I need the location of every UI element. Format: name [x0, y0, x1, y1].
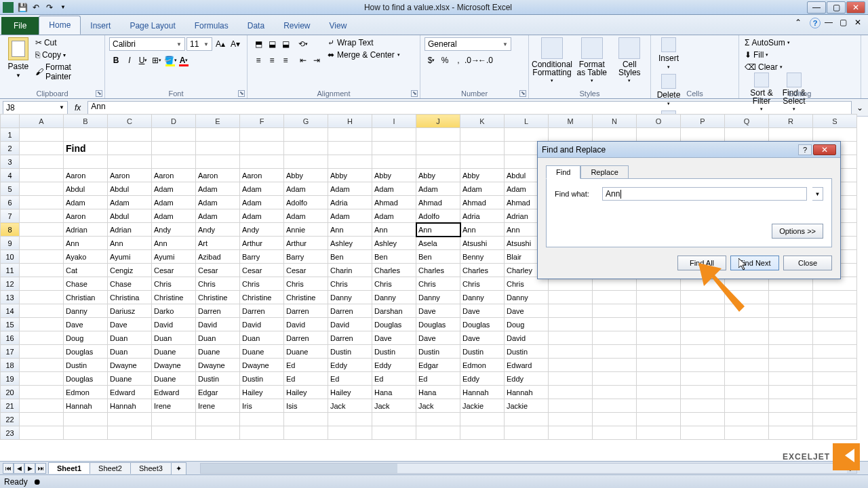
cell[interactable] — [108, 128, 152, 142]
cell[interactable]: Adam — [108, 196, 152, 209]
cell[interactable]: Cengiz — [108, 264, 152, 277]
cell[interactable]: Adam — [284, 182, 328, 196]
cell[interactable] — [505, 413, 549, 426]
cell[interactable] — [681, 426, 725, 440]
macro-record-icon[interactable]: ⏺ — [33, 477, 41, 487]
cell[interactable] — [637, 318, 681, 331]
row-header[interactable]: 19 — [1, 372, 20, 386]
cell[interactable]: Christina — [108, 291, 152, 304]
underline-button[interactable]: U▾ — [136, 54, 150, 67]
format-painter-button[interactable]: 🖌Format Painter — [34, 62, 100, 82]
cell[interactable] — [813, 291, 857, 304]
cell[interactable]: Andy — [240, 223, 284, 237]
fx-icon[interactable]: fx — [71, 103, 85, 113]
row-header[interactable]: 7 — [1, 209, 20, 223]
cell[interactable] — [769, 386, 813, 399]
cell[interactable]: Eddy — [505, 372, 549, 386]
column-header[interactable]: L — [505, 115, 549, 128]
cell[interactable]: Chase — [108, 277, 152, 291]
cell[interactable] — [20, 142, 64, 155]
font-size-combo[interactable]: 11▼ — [186, 37, 212, 51]
cell[interactable]: Find — [64, 142, 108, 155]
find-history-dropdown[interactable]: ▼ — [812, 187, 823, 201]
cell[interactable]: Christian — [64, 291, 108, 304]
formula-input[interactable]: Ann — [87, 101, 852, 115]
cell[interactable] — [20, 386, 64, 399]
align-left-button[interactable]: ≡ — [252, 54, 265, 67]
cell[interactable]: Abby — [372, 169, 416, 182]
autosum-button[interactable]: ΣAutoSum▾ — [743, 37, 856, 48]
cell[interactable]: David — [196, 318, 240, 331]
cell[interactable]: Eddy — [328, 359, 372, 372]
cell[interactable]: Darren — [328, 331, 372, 345]
cell[interactable]: Douglas — [64, 372, 108, 386]
last-sheet-button[interactable]: ⏭ — [35, 463, 46, 474]
workbook-close-icon[interactable]: ✕ — [854, 18, 865, 28]
cell[interactable]: Adam — [152, 209, 196, 223]
cell[interactable] — [637, 359, 681, 372]
cell[interactable] — [416, 426, 460, 440]
cell[interactable] — [769, 413, 813, 426]
cell[interactable] — [637, 128, 681, 142]
cell[interactable] — [593, 304, 637, 318]
cell[interactable]: Dustin — [64, 359, 108, 372]
cell[interactable] — [416, 155, 460, 169]
column-header[interactable]: R — [769, 115, 813, 128]
cell[interactable] — [725, 128, 769, 142]
cell[interactable] — [64, 426, 108, 440]
cell[interactable]: Hannah — [505, 386, 549, 399]
cell[interactable] — [593, 399, 637, 413]
cell[interactable] — [460, 155, 505, 169]
copy-button[interactable]: ⎘Copy▾ — [34, 49, 100, 60]
cell[interactable] — [20, 304, 64, 318]
cell[interactable]: David — [328, 318, 372, 331]
maximize-button[interactable]: ▢ — [827, 1, 846, 14]
cell[interactable] — [20, 209, 64, 223]
cell[interactable]: Chris — [284, 277, 328, 291]
cell[interactable]: Dustin — [416, 345, 460, 359]
column-header[interactable]: A — [20, 115, 64, 128]
row-header[interactable]: 9 — [1, 237, 20, 250]
tab-file[interactable]: File — [1, 17, 39, 35]
row-header[interactable]: 15 — [1, 318, 20, 331]
cell[interactable]: Danny — [505, 291, 549, 304]
cell[interactable]: Art — [196, 237, 240, 250]
cell[interactable] — [460, 142, 505, 155]
cell[interactable]: Chris — [196, 277, 240, 291]
cell[interactable]: Hannah — [108, 399, 152, 413]
cell[interactable]: Dustin — [196, 372, 240, 386]
cell[interactable]: David — [505, 331, 549, 345]
cell[interactable] — [637, 426, 681, 440]
cell[interactable]: Abby — [328, 169, 372, 182]
cell[interactable]: Darren — [196, 304, 240, 318]
cell[interactable] — [681, 304, 725, 318]
cell[interactable]: Duane — [240, 345, 284, 359]
minimize-ribbon-icon[interactable]: ⌃ — [795, 18, 806, 28]
cell[interactable] — [549, 426, 593, 440]
cell[interactable]: Ann — [372, 223, 416, 237]
cell[interactable] — [196, 155, 240, 169]
column-header[interactable]: J — [416, 115, 460, 128]
font-name-combo[interactable]: Calibri▼ — [109, 37, 185, 51]
dialog-close-button[interactable]: ✕ — [813, 144, 836, 155]
row-header[interactable]: 2 — [1, 142, 20, 155]
insert-cells-button[interactable]: Insert▾ — [655, 37, 682, 70]
cell[interactable]: David — [152, 318, 196, 331]
cell[interactable] — [416, 142, 460, 155]
workbook-minimize-icon[interactable]: — — [825, 18, 835, 28]
cell[interactable]: Ed — [372, 372, 416, 386]
cell[interactable]: Adam — [284, 209, 328, 223]
cell[interactable]: Edmon — [64, 386, 108, 399]
dialog-launcher-icon[interactable]: ⬊ — [411, 90, 418, 97]
cell[interactable]: Charles — [460, 264, 505, 277]
row-header[interactable]: 18 — [1, 359, 20, 372]
cell[interactable]: Azibad — [196, 250, 240, 264]
wrap-text-button[interactable]: ⤶Wrap Text — [326, 37, 401, 48]
borders-button[interactable]: ⊞▾ — [150, 54, 163, 67]
dialog-launcher-icon[interactable]: ⬊ — [96, 90, 102, 97]
cell[interactable] — [196, 426, 240, 440]
cell[interactable]: Adam — [196, 182, 240, 196]
cell[interactable]: Dave — [372, 331, 416, 345]
cell[interactable]: Aaron — [64, 169, 108, 182]
cell[interactable] — [20, 155, 64, 169]
